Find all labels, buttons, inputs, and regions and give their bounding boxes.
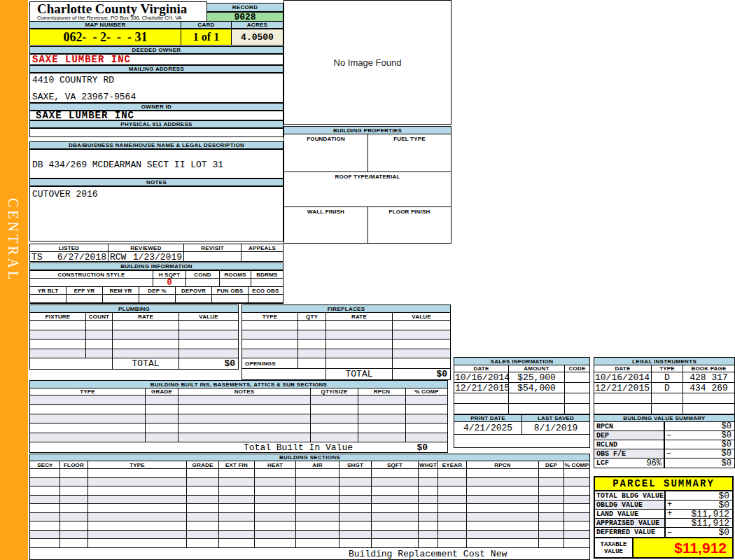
notes-value: CUTOVER 2016	[32, 189, 98, 200]
bi-type-label: TYPE	[30, 388, 146, 395]
empty-cell	[242, 321, 298, 330]
empty-row	[30, 478, 589, 487]
empty-cell	[60, 531, 88, 539]
empty-cell	[652, 393, 683, 403]
print-header-row: PRINT DATE LAST SAVED	[454, 415, 589, 422]
empty-row	[30, 321, 238, 330]
fuel-type-label: FUEL TYPE	[368, 134, 451, 143]
empty-cell	[419, 522, 438, 530]
listed-label: LISTED	[30, 244, 108, 251]
empty-cell	[438, 478, 467, 486]
empty-cell	[438, 504, 467, 512]
building-information-table: CONSTRUCTION STYLE H SQFT COND ROOMS BDR…	[29, 270, 284, 304]
ps-op: +	[667, 509, 672, 519]
plumbing-total-spacer	[30, 358, 113, 369]
empty-cell	[60, 469, 88, 477]
empty-cell	[509, 393, 565, 403]
taxable-value-row: TAXABLE VALUE $11,912	[595, 537, 732, 557]
empty-cell	[176, 295, 212, 302]
vs-label: RCLND	[596, 441, 617, 449]
empty-cell	[419, 469, 438, 477]
notes-box: CUTOVER 2016	[29, 186, 284, 241]
empty-cell	[358, 396, 406, 404]
vs-label-cell: RCLND	[594, 440, 664, 449]
empty-cell	[358, 433, 406, 442]
empty-row	[242, 349, 450, 359]
empty-cell	[30, 539, 60, 547]
empty-row	[30, 486, 589, 496]
empty-cell	[406, 405, 447, 413]
empty-cell	[30, 405, 146, 413]
legal-row: 12/21/2015 D 434 269	[594, 383, 734, 393]
bs-sec-label: SEC#	[30, 461, 60, 468]
empty-cell	[594, 404, 652, 414]
empty-cell	[539, 478, 564, 486]
empty-cell	[113, 330, 179, 340]
listed-date: 6/27/2018	[57, 252, 106, 261]
built-ins-empty-rows	[30, 396, 447, 442]
value-summary-row: DEP – $0	[594, 431, 734, 440]
print-date-label: PRINT DATE	[454, 415, 522, 421]
empty-row	[30, 340, 238, 349]
empty-cell	[86, 330, 113, 340]
bs-air-label: AIR	[296, 461, 340, 468]
sales-row: 12/21/2015 $54,000	[454, 383, 589, 393]
empty-cell	[88, 504, 187, 512]
empty-cell	[539, 539, 564, 547]
vs-label: RPCN	[596, 423, 613, 430]
empty-cell	[219, 513, 255, 522]
empty-cell	[296, 469, 340, 477]
empty-cell	[326, 321, 393, 330]
empty-cell	[372, 539, 419, 547]
empty-cell	[467, 469, 539, 477]
empty-cell	[219, 469, 255, 477]
empty-cell	[438, 539, 467, 547]
wall-finish-cell: WALL FINISH	[284, 207, 368, 244]
fireplaces-empty-rows	[242, 321, 450, 358]
acres-label: ACRES	[231, 21, 284, 29]
empty-cell	[438, 522, 467, 530]
empty-cell	[509, 404, 565, 414]
review-header-row: LISTED REVIEWED REVISIT APPEALS	[30, 244, 283, 252]
ps-value: $0	[718, 527, 732, 538]
county-title: Charlotte County Virginia	[37, 2, 206, 15]
empty-cell	[358, 414, 406, 423]
region-sidebar: CENTRAL	[0, 0, 28, 560]
legal-empty-rows	[594, 393, 734, 414]
vs-label: OBS F/E	[596, 450, 626, 458]
bi-qtysize-label: QTY/SIZE	[311, 388, 358, 395]
empty-cell	[146, 424, 178, 432]
fireplaces-title: FIREPLACES	[242, 305, 450, 313]
empty-cell	[296, 504, 340, 512]
empty-row	[242, 330, 450, 340]
empty-cell	[372, 513, 419, 522]
bs-heat-label: HEAT	[255, 461, 296, 468]
revisit-label: REVISIT	[184, 244, 241, 251]
fireplaces-table: FIREPLACES TYPE QTY RATE VALUE OPENINGS …	[241, 304, 451, 380]
empty-cell	[419, 496, 438, 504]
empty-cell	[438, 486, 467, 495]
empty-cell	[30, 340, 86, 349]
sales-title: SALES INFORMATION	[454, 358, 589, 365]
value-summary-row: RCLND $0	[594, 440, 734, 449]
empty-cell	[393, 330, 450, 340]
empty-cell	[187, 478, 219, 486]
taxable-value-label: TAXABLE VALUE	[595, 538, 634, 557]
empty-cell	[419, 531, 438, 539]
fp-type-label: TYPE	[242, 313, 298, 320]
owner-id-value: SAXE LUMBER INC	[29, 111, 284, 120]
empty-cell	[438, 496, 467, 504]
empty-cell	[88, 478, 187, 486]
sales-amount-label: AMOUNT	[509, 365, 565, 372]
sales-date-label: DATE	[454, 365, 509, 372]
empty-cell	[539, 469, 564, 477]
depovr-label: DEPOVR	[176, 287, 212, 294]
cond-label: COND	[186, 271, 220, 278]
empty-cell	[30, 531, 60, 539]
empty-row	[30, 414, 447, 424]
ecoobs-label: ECO OBS	[248, 287, 283, 294]
building-value-summary-table: BUILDING VALUE SUMMARY RPCN $0 DEP – $0	[594, 414, 735, 468]
legal-header-row: DATE TYPE BOOK PAGE	[594, 365, 734, 372]
empty-cell	[406, 414, 447, 423]
count-label: COUNT	[86, 313, 113, 320]
